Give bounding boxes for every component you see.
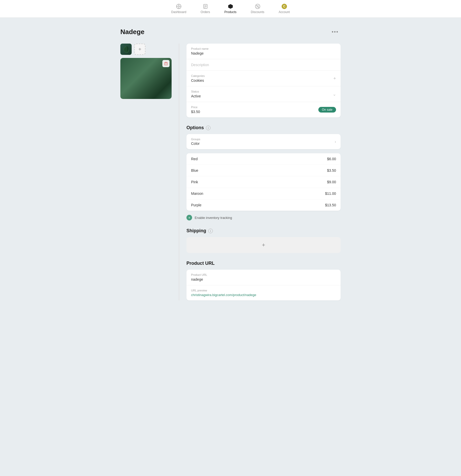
groups-card[interactable]: Groups Color › — [186, 134, 341, 149]
add-image-button[interactable]: + — [134, 44, 145, 55]
add-shipping-icon: + — [262, 242, 265, 248]
description-placeholder: Description — [191, 63, 336, 67]
price-field[interactable]: Price $3.50 On sale — [186, 102, 341, 117]
products-icon — [228, 4, 233, 9]
page-header: Nadege ••• — [120, 28, 341, 36]
product-name-label: Product name — [191, 47, 336, 50]
product-url-field[interactable]: Product URL nadege — [186, 270, 341, 285]
on-sale-badge: On sale — [318, 107, 336, 113]
variant-name: Maroon — [191, 191, 203, 196]
main-nav: Dashboard Orders Products — [0, 0, 461, 18]
groups-label: Groups — [191, 138, 200, 141]
inventory-row: + Enable inventory tracking — [186, 215, 341, 220]
product-fields-card: Product name Nadege Description Categori… — [186, 44, 341, 117]
nav-label-products: Products — [224, 10, 236, 14]
url-preview-field: URL preview christinagwira.bigcartel.com… — [186, 285, 341, 300]
nav-label-orders: Orders — [201, 10, 210, 14]
svg-point-13 — [258, 7, 259, 8]
variant-price: $11.00 — [325, 191, 336, 196]
shipping-info-icon[interactable]: i — [208, 229, 213, 233]
variant-price: $3.50 — [327, 168, 336, 173]
variant-row[interactable]: Maroon $11.00 — [186, 188, 341, 199]
svg-text:C: C — [283, 5, 285, 8]
variant-row[interactable]: Pink $9.00 — [186, 176, 341, 188]
delete-image-button[interactable] — [162, 60, 170, 67]
url-preview-value: christinagwira.bigcartel.com/product/nad… — [191, 293, 336, 297]
orders-icon — [203, 4, 208, 9]
nav-item-dashboard[interactable]: Dashboard — [169, 3, 188, 15]
nav-label-account: Account — [279, 10, 290, 14]
price-label: Price — [191, 106, 200, 109]
variants-card: Red $6.00 Blue $3.50 Pink $9.00 Maroon $… — [186, 153, 341, 211]
groups-chevron-icon: › — [335, 139, 336, 144]
discounts-icon — [255, 4, 260, 9]
status-field[interactable]: Status Active ⌄ — [186, 86, 341, 102]
svg-point-12 — [256, 5, 257, 6]
svg-rect-19 — [164, 63, 167, 65]
variant-row[interactable]: Blue $3.50 — [186, 165, 341, 176]
url-field-value: nadege — [191, 277, 336, 281]
form-panel: Product name Nadege Description Categori… — [186, 44, 341, 300]
variant-row[interactable]: Purple $13.50 — [186, 199, 341, 211]
page-content: Nadege ••• + — [115, 18, 346, 316]
nav-item-discounts[interactable]: Discounts — [249, 3, 266, 15]
url-preview-label: URL preview — [191, 289, 336, 292]
product-name-field[interactable]: Product name Nadege — [186, 44, 341, 59]
variant-name: Red — [191, 157, 198, 161]
add-category-icon[interactable]: + — [333, 76, 336, 81]
url-field-label: Product URL — [191, 273, 336, 276]
dashboard-icon — [176, 4, 182, 9]
categories-label: Categories — [191, 74, 205, 77]
image-thumbs: + — [120, 44, 172, 55]
page-title: Nadege — [120, 28, 144, 36]
variant-price: $13.50 — [325, 203, 336, 207]
nav-item-account[interactable]: C Account — [277, 3, 292, 15]
add-shipping-button[interactable]: + — [186, 237, 341, 253]
shipping-title: Shipping — [186, 228, 206, 234]
variant-name: Purple — [191, 203, 201, 207]
status-chevron-icon: ⌄ — [333, 92, 336, 97]
account-icon: C — [281, 4, 287, 9]
options-info-icon[interactable]: i — [206, 126, 211, 130]
shipping-section-header: Shipping i — [186, 228, 341, 234]
main-product-image — [120, 58, 172, 99]
nav-item-orders[interactable]: Orders — [198, 3, 212, 15]
nav-label-dashboard: Dashboard — [171, 10, 186, 14]
status-value: Active — [191, 94, 201, 98]
inventory-label: Enable inventory tracking — [195, 216, 232, 220]
image-panel: + — [120, 44, 172, 99]
variant-price: $9.00 — [327, 180, 336, 184]
variant-price: $6.00 — [327, 157, 336, 161]
variant-name: Pink — [191, 180, 198, 184]
nav-item-products[interactable]: Products — [222, 3, 238, 15]
product-url-section-header: Product URL — [186, 261, 341, 266]
inventory-toggle-icon[interactable]: + — [186, 215, 192, 220]
product-name-value: Nadege — [191, 51, 336, 55]
thumbnail-image[interactable] — [120, 44, 132, 55]
variant-row[interactable]: Red $6.00 — [186, 153, 341, 165]
categories-field[interactable]: Categories Cookies + — [186, 71, 341, 86]
panel-divider — [179, 44, 179, 300]
categories-value: Cookies — [191, 78, 205, 83]
svg-point-1 — [178, 6, 180, 7]
variant-name: Blue — [191, 168, 198, 173]
description-field[interactable]: Description — [186, 59, 341, 71]
price-value: $3.50 — [191, 110, 200, 114]
options-title: Options — [186, 125, 204, 130]
thumbnail-leaf-bg — [120, 44, 132, 55]
nav-label-discounts: Discounts — [251, 10, 264, 14]
product-url-card: Product URL nadege URL preview christina… — [186, 270, 341, 300]
groups-value: Color — [191, 141, 200, 146]
options-section-header: Options i — [186, 125, 341, 130]
product-url-title: Product URL — [186, 261, 215, 266]
status-label: Status — [191, 90, 201, 93]
content-layout: + — [120, 44, 341, 300]
more-options-button[interactable]: ••• — [330, 28, 341, 36]
